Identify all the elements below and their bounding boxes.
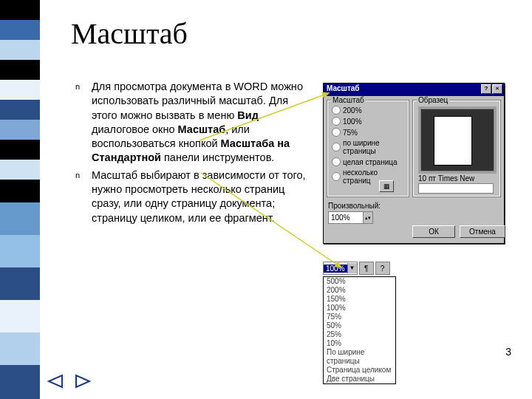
bullet-item: nДля просмотра документа в WORD можно ис… <box>75 80 312 166</box>
dialog-titlebar: Масштаб ? × <box>324 83 504 96</box>
radio-option[interactable]: 200% <box>332 106 404 115</box>
dropdown-option[interactable]: 75% <box>324 313 395 321</box>
radio-icon <box>332 106 341 115</box>
bullet-text: Для просмотра документа в WORD можно исп… <box>92 80 312 166</box>
toolbar-fragment: 100% ▼ ¶ ? <box>323 262 390 275</box>
radio-icon <box>332 117 341 126</box>
bullet-list: nДля просмотра документа в WORD можно ис… <box>75 80 312 228</box>
zoom-combo-value: 100% <box>324 265 347 273</box>
svg-marker-2 <box>49 375 62 387</box>
radio-label: целая страница <box>343 158 398 166</box>
dropdown-option[interactable]: 200% <box>324 286 395 295</box>
dropdown-option[interactable]: 100% <box>324 304 395 313</box>
close-button[interactable]: × <box>492 84 502 94</box>
preview-group-label: Образец <box>417 96 449 104</box>
dropdown-option[interactable]: По ширине страницы <box>324 348 395 366</box>
help-button[interactable]: ? <box>481 84 491 94</box>
zoom-combo[interactable]: 100% ▼ <box>323 262 358 275</box>
dialog-title: Масштаб <box>327 84 360 92</box>
preview-groupbox: Образец 10 пт Times New Roman <box>412 100 501 197</box>
radio-icon <box>332 157 341 166</box>
multi-page-picker-button[interactable]: ▦ <box>379 180 394 192</box>
radio-icon <box>332 172 341 181</box>
page-number: 3 <box>505 346 511 358</box>
scale-group-label: Масштаб <box>331 96 366 104</box>
bullet-marker: n <box>75 168 92 225</box>
chevron-down-icon: ▼ <box>347 263 357 273</box>
spinner-icon: ▴▾ <box>363 212 372 223</box>
decorative-sidebar <box>0 0 40 399</box>
dropdown-option[interactable]: Две страницы <box>324 375 395 383</box>
toolbar-button-2[interactable]: ? <box>375 262 390 275</box>
radio-option[interactable]: по ширине страницы <box>332 139 404 155</box>
ok-button[interactable]: ОК <box>412 225 455 238</box>
cancel-button[interactable]: Отмена <box>460 225 505 238</box>
radio-label: 200% <box>343 106 362 115</box>
arbitrary-zoom-input[interactable]: 100% ▴▾ <box>328 211 373 224</box>
preview-text-box <box>418 183 494 194</box>
radio-option[interactable]: целая страница <box>332 157 404 166</box>
zoom-dropdown-list[interactable]: 500%200%150%100%75%50%25%10%По ширине ст… <box>323 276 396 384</box>
toolbar-button-1[interactable]: ¶ <box>359 262 374 275</box>
dropdown-option[interactable]: 10% <box>324 339 395 348</box>
radio-label: 100% <box>343 117 362 126</box>
bullet-item: nМасштаб выбирают в зависимости от того,… <box>75 168 312 225</box>
arbitrary-value: 100% <box>331 214 350 222</box>
nav-prev-button[interactable] <box>44 373 66 389</box>
bullet-text: Масштаб выбирают в зависимости от того, … <box>92 168 312 225</box>
dropdown-option[interactable]: 50% <box>324 321 395 330</box>
nav-next-button[interactable] <box>72 373 94 389</box>
radio-label: несколько страниц <box>343 168 404 185</box>
dropdown-option[interactable]: 150% <box>324 295 395 304</box>
dropdown-option[interactable]: 500% <box>324 277 395 286</box>
bullet-marker: n <box>75 80 92 166</box>
radio-label: по ширине страницы <box>343 139 404 155</box>
radio-option[interactable]: 75% <box>332 128 404 137</box>
dropdown-option[interactable]: 25% <box>324 330 395 339</box>
radio-icon <box>332 128 341 137</box>
dropdown-option[interactable]: Страница целиком <box>324 366 395 375</box>
scale-groupbox: Масштаб 200%100%75%по ширине страницыцел… <box>327 100 409 197</box>
slide-title: Масштаб <box>71 16 188 51</box>
radio-icon <box>332 143 341 151</box>
svg-marker-3 <box>76 375 89 387</box>
arbitrary-label: Произвольный: <box>328 202 381 210</box>
preview-monitor <box>418 106 497 174</box>
radio-option[interactable]: 100% <box>332 117 404 126</box>
radio-label: 75% <box>343 129 358 137</box>
zoom-dialog: Масштаб ? × Масштаб 200%100%75%по ширине… <box>323 83 505 244</box>
